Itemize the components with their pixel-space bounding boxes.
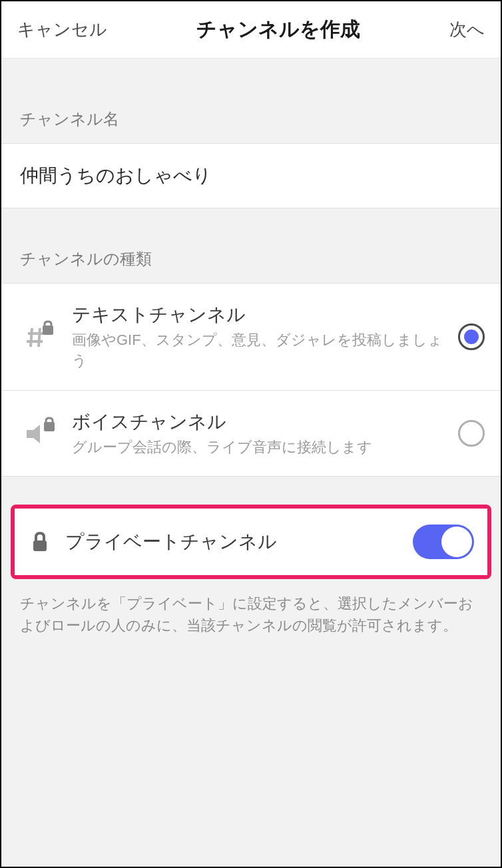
- header: キャンセル チャンネルを作成 次へ: [1, 1, 501, 59]
- svg-rect-1: [44, 422, 55, 431]
- private-channel-desc: チャンネルを「プライベート」に設定すると、選択したメンバーおよびロールの人のみに…: [1, 579, 501, 650]
- text-channel-radio[interactable]: [458, 324, 485, 350]
- voice-channel-radio[interactable]: [458, 420, 485, 447]
- private-highlight-box: プライベートチャンネル: [11, 505, 491, 579]
- private-channel-label: プライベートチャンネル: [65, 529, 398, 554]
- private-toggle[interactable]: [413, 525, 474, 559]
- lock-icon: [29, 531, 51, 552]
- private-channel-row[interactable]: プライベートチャンネル: [15, 509, 487, 575]
- channel-type-list: テキストチャンネル 画像やGIF、スタンプ、意見、ダジャレを投稿しましょう ボイ…: [1, 283, 501, 477]
- svg-rect-2: [33, 541, 47, 551]
- channel-name-input[interactable]: [20, 165, 482, 186]
- channel-name-label: チャンネル名: [1, 59, 501, 143]
- text-channel-desc: 画像やGIF、スタンプ、意見、ダジャレを投稿しましょう: [72, 330, 443, 371]
- voice-channel-desc: グループ会話の際、ライブ音声に接続します: [72, 437, 443, 458]
- hash-lock-icon: [24, 320, 57, 353]
- cancel-button[interactable]: キャンセル: [17, 18, 107, 41]
- text-channel-title: テキストチャンネル: [72, 302, 443, 327]
- voice-channel-title: ボイスチャンネル: [72, 409, 443, 435]
- next-button[interactable]: 次へ: [449, 18, 485, 41]
- voice-channel-option[interactable]: ボイスチャンネル グループ会話の際、ライブ音声に接続します: [1, 391, 501, 477]
- channel-name-row: [1, 143, 501, 208]
- speaker-lock-icon: [24, 417, 57, 450]
- page-title: チャンネルを作成: [196, 16, 360, 43]
- svg-rect-0: [43, 326, 53, 335]
- channel-type-label: チャンネルの種類: [1, 208, 501, 283]
- text-channel-option[interactable]: テキストチャンネル 画像やGIF、スタンプ、意見、ダジャレを投稿しましょう: [1, 284, 501, 391]
